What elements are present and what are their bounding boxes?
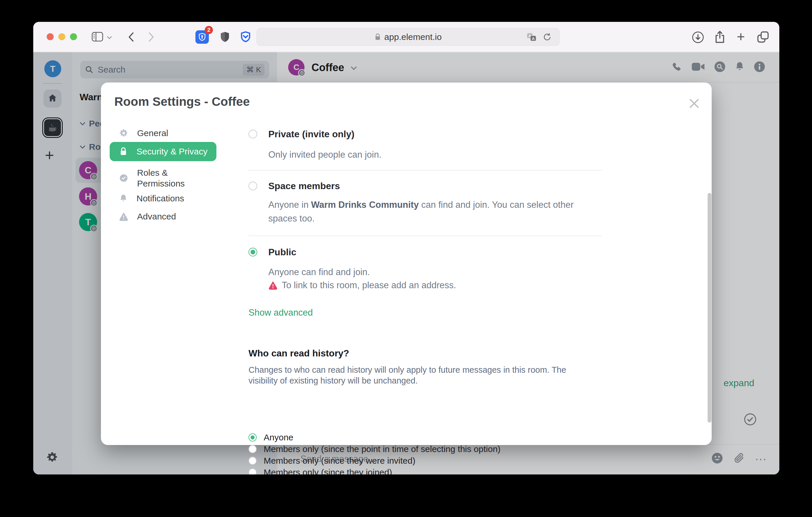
extension-badge: 2 [205, 26, 213, 34]
url-text: app.element.io [384, 32, 442, 42]
radio-history-anyone[interactable]: Anyone [249, 432, 500, 443]
history-option-label: Members only (since they were invited) [264, 456, 415, 466]
warning-triangle-icon [268, 281, 278, 290]
history-option-label: Members only (since the point in time of… [264, 444, 500, 454]
downloads-icon[interactable] [692, 31, 704, 44]
radio [249, 445, 257, 453]
forward-icon[interactable] [148, 31, 155, 44]
divider [249, 236, 602, 236]
reload-icon[interactable] [543, 32, 552, 43]
access-option-description: Anyone in Warm Drinks Community can find… [268, 198, 598, 225]
svg-text:A: A [532, 36, 535, 41]
access-option-label[interactable]: Space members [268, 181, 340, 191]
tab-label: Roles & Permissions [137, 167, 193, 189]
bell-icon [119, 193, 128, 204]
modal-scrollbar[interactable] [707, 193, 712, 423]
address-warning: To link to this room, please add an addr… [268, 278, 456, 292]
verified-badge-icon [119, 174, 128, 183]
warning-triangle-icon [119, 212, 128, 221]
sidebar-toggle-icon[interactable] [92, 31, 103, 43]
app-viewport: T ☕ + [33, 52, 779, 475]
lock-icon [375, 33, 381, 41]
radio [249, 457, 257, 465]
warning-text: To link to this room, please add an addr… [282, 278, 456, 292]
screen: 2 app.element.io AA [0, 0, 812, 517]
translate-icon[interactable]: AA [527, 32, 536, 43]
show-advanced-link[interactable]: Show advanced [249, 307, 313, 318]
radio-private[interactable] [249, 130, 257, 139]
radio-public[interactable] [249, 248, 257, 256]
close-window-button[interactable] [47, 33, 54, 40]
access-option-description: Anyone can find and join. [268, 265, 370, 279]
minimize-window-button[interactable] [58, 33, 65, 40]
close-icon[interactable] [688, 98, 700, 111]
chevron-down-icon[interactable] [107, 35, 112, 40]
browser-window: 2 app.element.io AA [33, 22, 779, 475]
access-option-description: Only invited people can join. [268, 148, 381, 161]
privacy-shield-icon[interactable] [219, 31, 231, 44]
tab-label: Security & Privacy [137, 147, 207, 156]
radio-space-members[interactable] [249, 182, 257, 190]
access-option-label[interactable]: Private (invite only) [268, 129, 354, 140]
space-name-bold: Warm Drinks Community [311, 200, 419, 210]
tab-label: Advanced [137, 212, 176, 221]
tab-label: Notifications [137, 193, 184, 204]
tab-roles-permissions[interactable]: Roles & Permissions [110, 164, 216, 192]
dialog-title: Room Settings - Coffee [114, 95, 250, 109]
lock-icon [119, 147, 128, 156]
address-bar[interactable]: app.element.io AA [256, 28, 560, 46]
radio-history-members-joined[interactable]: Members only (since they joined) [249, 466, 500, 475]
tab-advanced[interactable]: Advanced [110, 208, 216, 225]
radio-history-members-point-in-time[interactable]: Members only (since the point in time of… [249, 443, 500, 455]
tab-security-privacy[interactable]: Security & Privacy [110, 142, 216, 161]
tab-general[interactable]: General [110, 124, 216, 142]
zoom-window-button[interactable] [70, 33, 77, 40]
history-option-label: Members only (since they joined) [264, 467, 392, 475]
divider [249, 170, 602, 171]
new-tab-icon[interactable]: + [737, 31, 745, 43]
gear-icon [119, 128, 128, 138]
browser-toolbar: 2 app.element.io AA [33, 22, 779, 52]
tab-overview-icon[interactable] [757, 31, 770, 44]
pocket-extension-icon[interactable] [239, 31, 252, 44]
history-option-label: Anyone [264, 432, 293, 443]
radio [249, 433, 257, 442]
radio-history-members-invited[interactable]: Members only (since they were invited) [249, 455, 500, 466]
back-icon[interactable] [127, 31, 135, 44]
access-option-label[interactable]: Public [268, 247, 296, 257]
radio [249, 468, 257, 475]
security-settings-content: Private (invite only) Only invited peopl… [249, 123, 604, 444]
tab-label: General [137, 128, 168, 138]
history-heading: Who can read history? [249, 348, 349, 359]
tab-notifications[interactable]: Notifications [110, 190, 216, 207]
share-icon[interactable] [714, 30, 726, 45]
room-settings-dialog: Room Settings - Coffee General Security … [101, 83, 712, 445]
history-description: Changes to who can read history will onl… [249, 365, 596, 386]
